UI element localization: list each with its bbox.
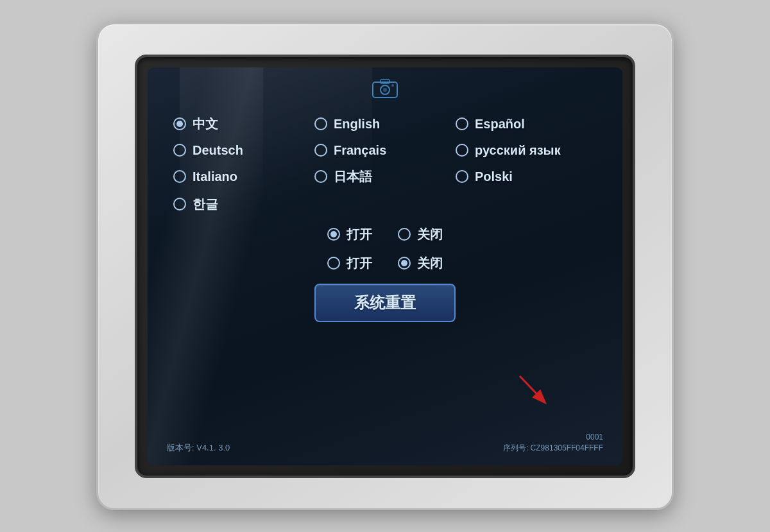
camera-icon	[372, 79, 398, 104]
lang-label-de: Deutsch	[193, 143, 243, 158]
setting-row2-on-label: 打开	[346, 255, 372, 272]
serial-section: 0001 序列号: CZ981305FF04FFFF	[503, 433, 603, 454]
lang-option-fr[interactable]: Français	[314, 143, 456, 158]
bottom-info: 版本号: V4.1. 3.0 0001 序列号: CZ981305FF04FFF…	[148, 433, 622, 454]
lang-label-pl: Polski	[475, 169, 513, 184]
radio-ja	[314, 170, 327, 183]
serial-id: 序列号: CZ981305FF04FFFF	[503, 443, 603, 454]
radio-es	[456, 117, 468, 130]
radio-it	[173, 170, 186, 183]
radio-zh	[173, 117, 186, 130]
radio-ru	[456, 144, 468, 157]
lang-label-ja: 日本語	[334, 168, 372, 185]
radio-row1-on	[327, 228, 340, 241]
lang-option-zh[interactable]: 中文	[173, 116, 314, 133]
setting-row2-on[interactable]: 打开	[327, 255, 372, 272]
language-grid: 中文 English Español Deutsch Françai	[167, 116, 603, 213]
setting-row2-off-label: 关闭	[417, 255, 443, 272]
lang-option-es[interactable]: Español	[456, 116, 597, 133]
setting-row2-off[interactable]: 关闭	[398, 255, 443, 272]
unit-number: 0001	[586, 433, 603, 442]
lang-option-it[interactable]: Italiano	[173, 168, 314, 185]
lang-label-it: Italiano	[193, 169, 237, 184]
lang-option-ko[interactable]: 한글	[173, 196, 314, 213]
red-arrow-annotation	[513, 373, 552, 414]
radio-row1-off	[398, 228, 411, 241]
radio-fr	[314, 144, 327, 157]
settings-row-1: 打开 关闭	[205, 226, 565, 243]
screen: 中文 English Español Deutsch Françai	[148, 67, 622, 465]
device-body: 中文 English Español Deutsch Françai	[96, 22, 674, 510]
screen-bezel: 中文 English Español Deutsch Françai	[135, 55, 635, 478]
setting-row1-on[interactable]: 打开	[327, 226, 372, 243]
reset-button-wrap: 系统重置	[167, 284, 603, 322]
lang-label-es: Español	[475, 117, 525, 132]
radio-row2-on	[327, 257, 340, 270]
lang-option-ja[interactable]: 日本語	[314, 168, 456, 185]
lang-label-ko: 한글	[193, 196, 218, 213]
lang-option-ru[interactable]: русский язык	[456, 143, 597, 158]
radio-en	[314, 117, 327, 130]
lang-option-de[interactable]: Deutsch	[173, 143, 314, 158]
radio-de	[173, 144, 186, 157]
version-text: 版本号: V4.1. 3.0	[167, 442, 230, 454]
lang-label-ru: русский язык	[475, 143, 561, 158]
radio-pl	[456, 170, 468, 183]
settings-row-2: 打开 关闭	[205, 255, 565, 272]
svg-point-3	[383, 88, 387, 92]
radio-row2-off	[398, 257, 411, 270]
lang-label-fr: Français	[334, 143, 386, 158]
setting-row1-off-label: 关闭	[417, 226, 443, 243]
lang-option-en[interactable]: English	[314, 116, 456, 133]
lang-option-pl[interactable]: Polski	[456, 168, 597, 185]
settings-section: 打开 关闭 打开 关闭	[167, 226, 603, 272]
setting-row1-on-label: 打开	[346, 226, 372, 243]
svg-line-6	[520, 376, 544, 402]
lang-label-zh: 中文	[193, 116, 218, 133]
reset-button[interactable]: 系统重置	[314, 284, 456, 322]
setting-row1-off[interactable]: 关闭	[398, 226, 443, 243]
lang-label-en: English	[334, 117, 380, 132]
radio-ko	[173, 198, 186, 210]
svg-point-4	[391, 84, 394, 87]
